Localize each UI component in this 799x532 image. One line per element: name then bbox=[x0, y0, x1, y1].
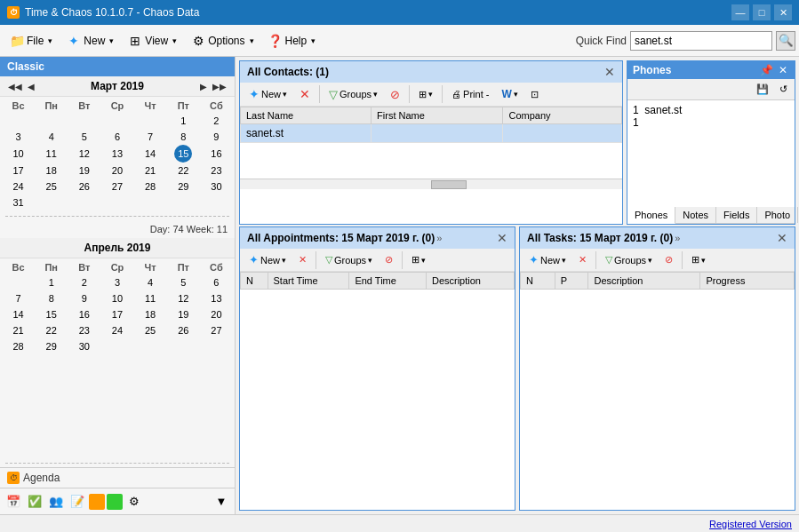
settings-button[interactable]: ⚙ bbox=[124, 492, 144, 512]
calendar-day-cell[interactable]: 28 bbox=[134, 179, 167, 195]
calendar-day-cell[interactable]: 27 bbox=[100, 179, 133, 195]
contacts-filter-button[interactable]: ▽ Groups ▾ bbox=[324, 85, 383, 104]
maximize-button[interactable]: □ bbox=[753, 4, 771, 20]
phones-refresh-button[interactable]: ↺ bbox=[774, 81, 793, 98]
april-day-cell[interactable]: 8 bbox=[35, 290, 68, 306]
calendar-day-cell[interactable]: 22 bbox=[167, 163, 200, 179]
tasks-new-button[interactable]: ✦ New ▾ bbox=[523, 250, 571, 269]
calendar-day-cell[interactable]: 16 bbox=[200, 145, 233, 163]
april-day-cell[interactable]: 5 bbox=[167, 274, 200, 290]
calendar-day-cell[interactable]: 11 bbox=[35, 145, 68, 163]
options-menu-button[interactable]: ⚙ Options ▾ bbox=[185, 30, 260, 52]
calendar-day-cell[interactable]: 26 bbox=[68, 179, 100, 195]
color2-button[interactable] bbox=[107, 494, 123, 510]
tasks-expand-button[interactable]: » bbox=[675, 233, 680, 243]
calendar-day-cell[interactable]: 5 bbox=[68, 129, 100, 145]
april-day-cell[interactable]: 4 bbox=[134, 274, 167, 290]
calendar-day-cell[interactable]: 15 bbox=[174, 145, 192, 163]
prev-month-button[interactable]: ◀ bbox=[25, 81, 37, 92]
april-day-cell[interactable]: 10 bbox=[100, 290, 133, 306]
color1-button[interactable] bbox=[89, 494, 105, 510]
file-menu-button[interactable]: 📁 File ▾ bbox=[4, 30, 59, 52]
tasks-close-button[interactable]: ✕ bbox=[777, 231, 787, 245]
april-day-cell[interactable]: 23 bbox=[68, 322, 100, 338]
appointments-close-button[interactable]: ✕ bbox=[497, 231, 507, 245]
calendar-day-cell[interactable]: 25 bbox=[35, 179, 68, 195]
contacts-new-button[interactable]: ✦ New ▾ bbox=[244, 84, 292, 104]
april-day-cell[interactable]: 11 bbox=[134, 290, 167, 306]
april-day-cell[interactable]: 3 bbox=[100, 274, 133, 290]
notes-view-button[interactable]: 📝 bbox=[68, 492, 87, 512]
april-day-cell[interactable]: 18 bbox=[134, 306, 167, 322]
calendar-day-cell[interactable]: 6 bbox=[100, 129, 133, 145]
minimize-button[interactable]: — bbox=[731, 4, 749, 20]
contacts-close-button[interactable]: ✕ bbox=[604, 65, 615, 79]
contacts-columns-button[interactable]: ⊞ ▾ bbox=[413, 86, 438, 103]
registered-version-link[interactable]: Registered Version bbox=[709, 519, 792, 529]
april-day-cell[interactable]: 27 bbox=[200, 322, 233, 338]
quickfind-input[interactable] bbox=[630, 31, 772, 51]
calendar-day-cell[interactable]: 17 bbox=[2, 163, 35, 179]
april-day-cell[interactable]: 30 bbox=[68, 338, 100, 354]
phones-tab-fields[interactable]: Fields bbox=[716, 207, 757, 223]
calendar-day-cell[interactable]: 23 bbox=[200, 163, 233, 179]
phones-pin-button[interactable]: 📌 bbox=[758, 64, 775, 76]
contacts-delete-button[interactable]: ✕ bbox=[294, 84, 316, 104]
april-day-cell[interactable]: 19 bbox=[167, 306, 200, 322]
april-day-cell[interactable]: 6 bbox=[200, 274, 233, 290]
april-day-cell[interactable]: 26 bbox=[167, 322, 200, 338]
april-day-cell[interactable]: 21 bbox=[2, 322, 35, 338]
calendar-day-cell[interactable]: 19 bbox=[68, 163, 100, 179]
expand-button[interactable]: ▼ bbox=[212, 492, 231, 512]
view-menu-button[interactable]: ⊞ View ▾ bbox=[122, 30, 183, 52]
help-menu-button[interactable]: ❓ Help ▾ bbox=[262, 30, 323, 52]
contacts-word-button[interactable]: W ▾ bbox=[496, 85, 523, 103]
april-day-cell[interactable]: 16 bbox=[68, 306, 100, 322]
calendar-day-cell[interactable]: 13 bbox=[100, 145, 133, 163]
calendar-day-cell[interactable]: 21 bbox=[134, 163, 167, 179]
tasks-groups-button[interactable]: ▽ Groups ▾ bbox=[600, 251, 658, 268]
april-day-cell[interactable]: 2 bbox=[68, 274, 100, 290]
next-next-month-button[interactable]: ▶▶ bbox=[210, 81, 229, 92]
april-day-cell[interactable]: 7 bbox=[2, 290, 35, 306]
contact-row-0[interactable]: sanet.st bbox=[241, 124, 622, 143]
april-day-cell[interactable]: 9 bbox=[68, 290, 100, 306]
appt-filter-button[interactable]: ⊘ bbox=[380, 251, 398, 268]
calendar-view-button[interactable]: 📅 bbox=[4, 492, 23, 512]
appt-groups-button[interactable]: ▽ Groups ▾ bbox=[320, 251, 378, 268]
phones-save-button[interactable]: 💾 bbox=[751, 81, 774, 98]
contacts-extra-button[interactable]: ⊡ bbox=[525, 86, 544, 103]
april-day-cell[interactable]: 17 bbox=[100, 306, 133, 322]
phones-tab-notes[interactable]: Notes bbox=[675, 207, 716, 223]
calendar-day-cell[interactable]: 9 bbox=[200, 129, 233, 145]
quickfind-search-button[interactable]: 🔍 bbox=[776, 31, 795, 51]
april-day-cell[interactable]: 14 bbox=[2, 306, 35, 322]
calendar-day-cell[interactable]: 20 bbox=[100, 163, 133, 179]
april-day-cell[interactable]: 29 bbox=[35, 338, 68, 354]
calendar-day-cell[interactable]: 12 bbox=[68, 145, 100, 163]
close-button[interactable]: ✕ bbox=[774, 4, 792, 20]
contacts-print-button[interactable]: 🖨 Print - bbox=[446, 86, 494, 102]
calendar-day-cell[interactable]: 10 bbox=[2, 145, 35, 163]
april-day-cell[interactable]: 22 bbox=[35, 322, 68, 338]
april-day-cell[interactable]: 1 bbox=[35, 274, 68, 290]
calendar-day-cell[interactable]: 29 bbox=[167, 179, 200, 195]
contacts-scrollbar-thumb[interactable] bbox=[431, 180, 467, 189]
calendar-day-cell[interactable]: 24 bbox=[2, 179, 35, 195]
phones-tab-phones[interactable]: Phones bbox=[627, 207, 675, 224]
next-month-button[interactable]: ▶ bbox=[197, 81, 210, 92]
appt-new-button[interactable]: ✦ New ▾ bbox=[244, 250, 292, 269]
calendar-day-cell[interactable]: 8 bbox=[167, 129, 200, 145]
calendar-day-cell[interactable]: 14 bbox=[134, 145, 167, 163]
contacts-view-button[interactable]: 👥 bbox=[46, 492, 66, 512]
april-day-cell[interactable]: 15 bbox=[35, 306, 68, 322]
appointments-expand-button[interactable]: » bbox=[436, 233, 442, 243]
april-day-cell[interactable]: 20 bbox=[200, 306, 233, 322]
contacts-filter2-button[interactable]: ⊘ bbox=[385, 85, 405, 104]
calendar-day-cell[interactable]: 2 bbox=[200, 113, 233, 129]
appt-delete-button[interactable]: ✕ bbox=[293, 251, 312, 268]
april-day-cell[interactable]: 28 bbox=[2, 338, 35, 354]
april-day-cell[interactable]: 12 bbox=[167, 290, 200, 306]
tasks-filter-button[interactable]: ⊘ bbox=[659, 251, 678, 268]
calendar-day-cell[interactable]: 4 bbox=[35, 129, 68, 145]
